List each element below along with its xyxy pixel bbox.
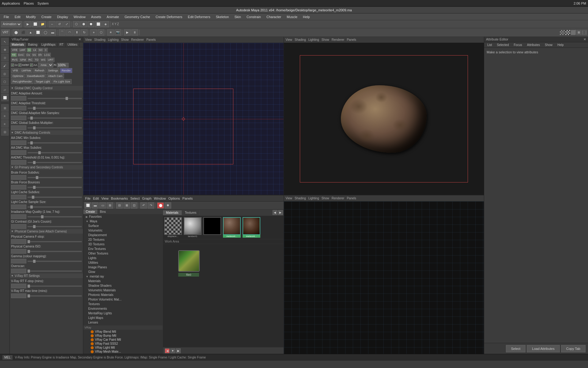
- attr-tab-selected[interactable]: Selected: [495, 43, 511, 47]
- attr-tab-attributes[interactable]: Attributes: [525, 43, 542, 47]
- aa-min-slider[interactable]: [28, 142, 82, 144]
- menu-skin[interactable]: Skin: [232, 14, 243, 19]
- menu-modify[interactable]: Modify: [24, 14, 38, 19]
- vray-bump-mtl[interactable]: VRay Bump Mtl: [83, 334, 163, 338]
- load-attributes-button[interactable]: Load Attributes: [527, 345, 560, 352]
- dmc-adaptive-slider[interactable]: [28, 98, 82, 99]
- attr-tab-help[interactable]: Help: [556, 43, 566, 47]
- tree-vol-mat[interactable]: Volumetric Materials: [83, 288, 163, 293]
- sidebar-select[interactable]: ↖: [1, 38, 9, 45]
- btn-cs[interactable]: Cs: [26, 53, 31, 57]
- btn-target-light[interactable]: Target Light: [34, 79, 51, 84]
- icon-plane[interactable]: ▬: [49, 29, 56, 36]
- tree-3d-textures[interactable]: 3D Textures: [83, 242, 163, 247]
- percent-input[interactable]: [57, 63, 69, 67]
- overscan-input[interactable]: 0.0: [11, 269, 26, 273]
- menu-edit[interactable]: Edit: [12, 14, 23, 19]
- ht-btn-2[interactable]: ▬: [92, 202, 99, 209]
- vp-r-panels[interactable]: Panels: [347, 38, 356, 41]
- tree-2d-textures[interactable]: 2D Textures: [83, 237, 163, 242]
- vray-mesh-mate[interactable]: VRay Mesh Mate...: [83, 350, 163, 354]
- brute-subdivs-input[interactable]: 8: [11, 175, 26, 180]
- sidebar-face[interactable]: ⬜: [1, 94, 9, 101]
- mode-selector[interactable]: Animation: [1, 21, 22, 27]
- menu-edit-deformers[interactable]: Edit Deformers: [185, 14, 213, 19]
- iso-slider[interactable]: [28, 251, 82, 252]
- ht-btn-1[interactable]: ⬜: [85, 202, 91, 209]
- tree-photonic[interactable]: Photonic Materials: [83, 293, 163, 297]
- tree-surface[interactable]: Surface: [83, 224, 163, 228]
- brute-subdivs-slider[interactable]: [28, 177, 82, 178]
- toolbar-btn-2[interactable]: ⬜: [32, 21, 39, 27]
- btn-eh[interactable]: Eh: [38, 53, 43, 57]
- tree-light-maps[interactable]: Light Maps: [83, 316, 163, 320]
- sidebar-attr[interactable]: ⊟: [1, 128, 9, 136]
- btn-ss[interactable]: SS: [32, 53, 37, 57]
- mat-thumb-black-img[interactable]: [203, 217, 221, 235]
- tree-shadow-shaders[interactable]: Shadow Shaders: [83, 283, 163, 288]
- btn-render[interactable]: Render: [60, 68, 72, 73]
- mat-tab-textures[interactable]: Textures: [182, 210, 200, 215]
- icon-checker3[interactable]: [571, 30, 576, 35]
- mat-thumb-lambert1-img[interactable]: [184, 217, 202, 235]
- tree-maya[interactable]: ▼ Maya: [83, 219, 163, 224]
- vp-renderer[interactable]: Renderer: [131, 38, 144, 41]
- attr-tab-list[interactable]: List: [485, 43, 494, 47]
- work-node-file0[interactable]: [178, 250, 200, 272]
- rt-maxtime-slider[interactable]: [28, 295, 82, 297]
- mat-thumb-meteorit1[interactable]: meteorit...: [223, 217, 241, 238]
- menu-skeleton[interactable]: Skeleton: [213, 14, 232, 19]
- section-dmc-aa[interactable]: DMC Antialiasing Controls: [10, 130, 83, 135]
- toolbar-btn-1[interactable]: ▶: [24, 21, 31, 27]
- vp-r-show[interactable]: Show: [322, 38, 329, 41]
- toolbar-btn-rot[interactable]: ↺: [56, 21, 63, 27]
- dmc-threshold-slider[interactable]: [28, 108, 82, 109]
- vray-fast-sss2[interactable]: VRay Fast SSS2: [83, 342, 163, 346]
- icon-camera[interactable]: 📷: [115, 29, 121, 36]
- menu-help[interactable]: Help: [300, 14, 312, 19]
- ht-btn-3[interactable]: ▭: [99, 202, 106, 209]
- vp-lighting[interactable]: Lighting: [108, 38, 119, 41]
- vp-br-view[interactable]: View: [286, 197, 292, 200]
- mat-tab-materials[interactable]: Materials: [163, 210, 182, 215]
- vp-br-shading[interactable]: Shading: [295, 197, 306, 200]
- sidebar-move[interactable]: ✥: [1, 46, 9, 53]
- lc-sample-slider[interactable]: [28, 206, 82, 208]
- vp-shading[interactable]: Shading: [94, 38, 106, 41]
- hyper-bookmarks[interactable]: Bookmarks: [111, 197, 128, 200]
- lc-subdivs-input[interactable]: 5: [11, 195, 26, 199]
- section-dmc-quality[interactable]: Global DMC Quality Control: [10, 86, 83, 90]
- ht-btn-9[interactable]: ↷: [148, 202, 154, 209]
- hyper-nav-down[interactable]: ▼: [170, 348, 175, 353]
- hyper-graph[interactable]: Graph: [142, 197, 152, 200]
- icon-sphere[interactable]: ⬤: [13, 29, 19, 36]
- sidebar-edge[interactable]: ▱: [1, 86, 9, 93]
- btn-td[interactable]: TD: [34, 58, 40, 62]
- tree-lights[interactable]: Lights: [83, 256, 163, 260]
- menu-assets[interactable]: Assets: [89, 14, 104, 19]
- sidebar-layers[interactable]: ≡: [1, 112, 9, 120]
- gamma-slider[interactable]: [28, 261, 82, 262]
- sidebar-paint[interactable]: 🖌: [1, 62, 9, 69]
- vp-br-lighting[interactable]: Lighting: [308, 197, 319, 200]
- btn-sd[interactable]: SD: [38, 48, 43, 52]
- hyper-file[interactable]: File: [85, 197, 91, 200]
- btn-per-light-render[interactable]: PerLightRender: [11, 79, 33, 84]
- icon-cube[interactable]: ⬛: [20, 29, 27, 36]
- menu-window[interactable]: Window: [71, 14, 88, 19]
- tab-materials[interactable]: Materials: [10, 42, 26, 47]
- rt-maxtime-input[interactable]: 0.00: [11, 293, 26, 298]
- menu-create-deformers[interactable]: Create Deformers: [153, 14, 185, 19]
- area-select[interactable]: Area: [38, 63, 53, 67]
- dmc-adaptive-input[interactable]: 0.85: [11, 96, 26, 101]
- vray-mtl[interactable]: VRay Mtl: [83, 354, 163, 354]
- btn-optimize[interactable]: Optimize: [11, 74, 25, 79]
- copy-tab-button[interactable]: Copy Tab: [561, 345, 586, 352]
- btn-lk[interactable]: Lk: [32, 48, 37, 52]
- ht-btn-7[interactable]: ⊡: [131, 202, 138, 209]
- aa-min-input[interactable]: 1: [11, 140, 26, 145]
- btn-urt[interactable]: URT: [47, 58, 54, 62]
- hyper-nav-left[interactable]: ◀: [273, 210, 277, 215]
- rt-fstop-input[interactable]: 0.00: [11, 284, 26, 288]
- tree-mr-textures[interactable]: Textures: [83, 302, 163, 306]
